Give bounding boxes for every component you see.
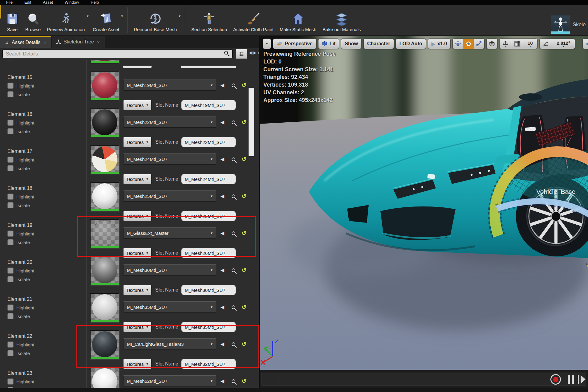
highlight-checkbox[interactable] — [7, 83, 14, 89]
save-button[interactable]: Save — [2, 6, 22, 35]
reset-to-default-button[interactable]: ↺ — [240, 192, 248, 200]
browse-to-asset-button[interactable] — [229, 303, 238, 311]
use-selected-asset-button[interactable]: ◀ — [218, 192, 227, 200]
tab-skeleton-tree[interactable]: Skeleton Tree × — [52, 36, 105, 48]
menu-asset[interactable]: Asset — [43, 0, 53, 5]
isolate-checkbox[interactable] — [7, 60, 14, 60]
rotation-snap-toggle[interactable] — [540, 39, 552, 49]
tab-asset-details[interactable]: Asset Details × — [0, 36, 51, 48]
close-tab-icon[interactable]: × — [96, 39, 100, 45]
use-selected-asset-button[interactable]: ◀ — [218, 303, 227, 311]
reset-to-default-button[interactable]: ↺ — [240, 377, 248, 385]
grid-snap-value-button[interactable]: 10 ▾ — [523, 39, 537, 49]
material-select[interactable]: M_Mesh24Mtl_SU7 ▼ — [123, 153, 216, 165]
lod-auto-button[interactable]: LOD Auto — [396, 39, 426, 49]
material-select[interactable]: M_Mesh30Mtl_SU7 ▼ — [123, 264, 216, 276]
menu-edit[interactable]: Edit — [24, 0, 31, 5]
material-select[interactable]: M_Mesh62Mtl_SU7 ▼ — [123, 375, 216, 386]
make-static-mesh-button[interactable]: Make Static Mesh — [277, 6, 319, 35]
isolate-checkbox[interactable] — [7, 313, 14, 319]
coordinate-system-button[interactable] — [486, 39, 497, 49]
lit-mode-button[interactable]: Lit — [318, 39, 339, 49]
section-selection-button[interactable]: Section Selection — [188, 6, 230, 35]
close-tab-icon[interactable]: × — [43, 40, 47, 45]
perspective-button[interactable]: Perspective — [273, 39, 316, 49]
record-button[interactable] — [550, 374, 561, 385]
highlight-checkbox[interactable] — [7, 378, 14, 385]
browse-to-asset-button[interactable] — [229, 192, 238, 200]
rotate-tool-button[interactable] — [463, 39, 474, 49]
reimport-base-mesh-button[interactable]: Reimport Base Mesh — [131, 6, 180, 35]
move-tool-button[interactable] — [453, 39, 463, 49]
material-thumbnail[interactable] — [90, 145, 119, 174]
material-thumbnail[interactable] — [90, 182, 119, 211]
material-thumbnail[interactable] — [90, 71, 119, 100]
preview-animation-button[interactable]: Preview Animation — [44, 6, 88, 35]
isolate-checkbox[interactable] — [7, 239, 14, 245]
isolate-checkbox[interactable] — [7, 165, 14, 171]
menu-help[interactable]: Help — [91, 0, 99, 5]
grid-snap-toggle[interactable] — [511, 39, 523, 49]
use-selected-asset-button[interactable]: ◀ — [218, 266, 227, 274]
isolate-checkbox[interactable] — [7, 128, 14, 134]
isolate-checkbox[interactable] — [7, 91, 14, 97]
reset-to-default-button[interactable]: ↺ — [240, 303, 248, 311]
step-forward-button[interactable] — [578, 375, 586, 384]
browse-button[interactable]: Browse — [22, 6, 44, 35]
reset-to-default-button[interactable]: ↺ — [240, 118, 248, 126]
isolate-checkbox[interactable] — [7, 350, 14, 356]
surface-snap-button[interactable]: ▾ — [500, 39, 511, 49]
character-menu-button[interactable]: Character — [363, 39, 394, 49]
rotation-snap-value-button[interactable]: 2.812° ▾ — [552, 39, 575, 49]
skeleton-preview-widget[interactable]: Skele — [551, 12, 588, 37]
bone-label[interactable]: Vehicle_Base — [536, 188, 575, 195]
browse-to-asset-button[interactable] — [229, 377, 238, 385]
browse-to-asset-button[interactable] — [229, 266, 238, 274]
playback-speed-button[interactable]: ▶ x1.0 — [428, 39, 451, 49]
preview-animation-dropdown-icon[interactable]: ▼ — [86, 14, 89, 18]
more-toolbar-options-button[interactable]: » — [582, 39, 588, 49]
use-selected-asset-button[interactable]: ◀ — [218, 155, 227, 163]
material-thumbnail[interactable] — [90, 293, 119, 322]
material-select[interactable]: M_Mesh35Mtl_SU7 ▼ — [123, 301, 216, 312]
material-select[interactable]: M_Mesh19Mtl_SU7 ▼ — [123, 80, 216, 91]
bake-out-materials-button[interactable]: Bake out Materials — [319, 6, 364, 35]
reset-to-default-button[interactable]: ↺ — [240, 155, 248, 163]
menu-file[interactable]: File — [6, 0, 13, 5]
timeline-track[interactable] — [262, 373, 586, 386]
use-selected-asset-button[interactable]: ◀ — [218, 377, 227, 385]
search-input[interactable] — [2, 49, 233, 58]
highlight-checkbox[interactable] — [7, 304, 14, 311]
highlight-checkbox[interactable] — [7, 267, 14, 274]
create-asset-button[interactable]: Create Asset — [90, 6, 122, 35]
show-menu-button[interactable]: Show — [341, 39, 362, 49]
highlight-checkbox[interactable] — [7, 231, 14, 237]
material-thumbnail[interactable] — [90, 60, 119, 63]
highlight-checkbox[interactable] — [7, 341, 14, 348]
use-selected-asset-button[interactable]: ◀ — [218, 81, 227, 89]
material-thumbnail[interactable] — [90, 367, 119, 389]
browse-to-asset-button[interactable] — [229, 118, 238, 126]
highlight-checkbox[interactable] — [7, 157, 14, 163]
scrollbar-thumb[interactable] — [249, 88, 254, 156]
browse-to-asset-button[interactable] — [229, 81, 238, 89]
isolate-checkbox[interactable] — [7, 276, 14, 282]
browse-to-asset-button[interactable] — [229, 155, 238, 163]
material-select[interactable]: M_Mesh25Mtl_SU7 ▼ — [123, 190, 216, 202]
highlight-checkbox[interactable] — [7, 120, 14, 126]
reimport-dropdown-icon[interactable]: ▼ — [178, 14, 181, 18]
pause-button[interactable] — [568, 375, 574, 384]
use-selected-asset-button[interactable]: ◀ — [218, 118, 227, 126]
reset-to-default-button[interactable]: ↺ — [240, 81, 248, 89]
isolate-checkbox[interactable] — [7, 202, 14, 208]
panel-divider[interactable] — [259, 36, 260, 392]
create-asset-dropdown-icon[interactable]: ▼ — [120, 14, 124, 18]
activate-cloth-paint-button[interactable]: Activate Cloth Paint — [230, 6, 277, 35]
material-select[interactable]: M_Mesh22Mtl_SU7 ▼ — [123, 116, 216, 128]
scale-tool-button[interactable] — [474, 39, 484, 49]
material-thumbnail[interactable] — [90, 108, 119, 137]
material-thumbnail[interactable] — [90, 256, 119, 285]
material-list[interactable]: Element 15 Highlight Isolate M_Mesh19Mtl… — [0, 60, 260, 389]
highlight-checkbox[interactable] — [7, 194, 14, 200]
display-mode-button[interactable] — [236, 49, 247, 59]
